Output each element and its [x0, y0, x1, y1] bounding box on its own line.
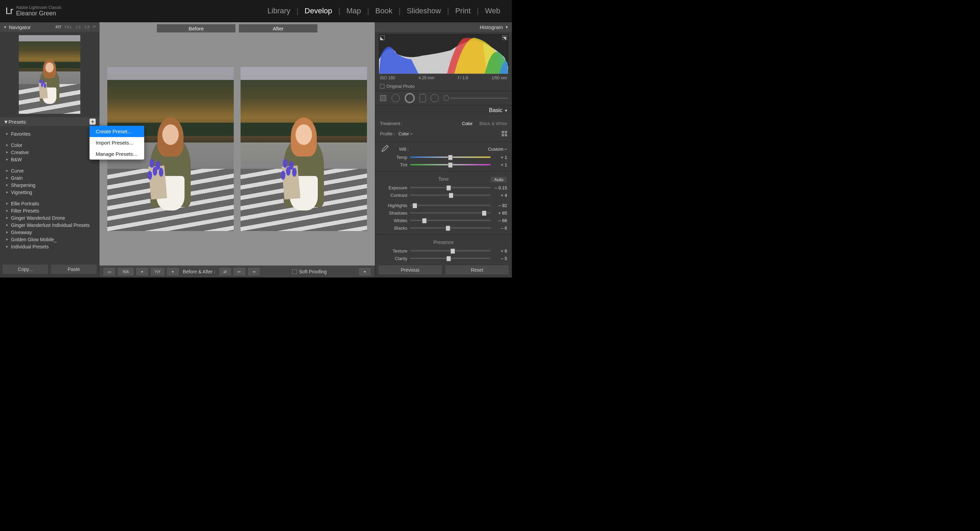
preset-item[interactable]: ▶Favorites — [3, 130, 95, 137]
preset-item[interactable]: ▶Ellie Portraits — [3, 200, 95, 207]
reset-button[interactable]: Reset — [445, 265, 509, 275]
highlights-slider[interactable] — [410, 205, 491, 206]
chevron-updown-icon[interactable]: ▴▾ — [410, 132, 413, 135]
shadow-clip-icon[interactable]: ◣ — [380, 35, 385, 40]
texture-slider[interactable] — [410, 250, 491, 251]
slider-knob[interactable] — [448, 162, 453, 168]
preset-item[interactable]: ▶Grain — [3, 174, 95, 181]
preset-item[interactable]: ▶Individual Presets — [3, 243, 95, 250]
slider-knob[interactable] — [449, 193, 453, 198]
preset-item[interactable]: ▶Curve — [3, 167, 95, 174]
slider-knob[interactable] — [446, 185, 451, 191]
crop-tool-icon[interactable] — [379, 94, 387, 102]
slider-value[interactable]: + 1 — [493, 155, 507, 160]
preset-item[interactable]: ▶Creative — [3, 149, 95, 156]
adjustment-brush-tool[interactable] — [444, 95, 508, 101]
zoom-fit[interactable]: FIT — [56, 25, 62, 29]
zoom-ratio[interactable]: 1:8 — [84, 25, 89, 29]
presets-header[interactable]: ▼ Presets + — [0, 117, 99, 126]
module-map[interactable]: Map — [340, 6, 368, 15]
zoom-1to1[interactable]: 1:1 — [75, 25, 81, 29]
preset-item[interactable]: ▶Golden Glow Mobile_ — [3, 236, 95, 243]
slider-value[interactable]: – 0.15 — [493, 185, 507, 190]
preset-item[interactable]: ▶B&W — [3, 156, 95, 163]
redeye-tool-icon[interactable] — [404, 93, 415, 103]
loupe-view-button[interactable]: ▭ — [103, 267, 116, 276]
add-preset-button[interactable]: + — [89, 119, 95, 125]
slider-value[interactable]: – 66 — [493, 218, 507, 223]
preset-item[interactable]: ▶Vignetting — [3, 189, 95, 196]
slider-value[interactable]: + 4 — [493, 193, 507, 198]
module-print[interactable]: Print — [449, 6, 477, 15]
contrast-slider[interactable] — [410, 194, 491, 196]
slider-value[interactable]: + 6 — [493, 248, 507, 254]
zoom-fill[interactable]: FILL — [65, 25, 72, 29]
slider-value[interactable]: – 92 — [493, 203, 507, 208]
swap-button[interactable]: ⇄ — [219, 267, 232, 276]
reference-view-button[interactable]: R|A — [117, 267, 134, 276]
toolbar-menu-button[interactable]: ▾ — [358, 267, 371, 276]
preset-item[interactable]: ▶Ginger Wanderlust Individual Presets — [3, 221, 95, 229]
preset-item[interactable]: ▶Giveaway — [3, 229, 95, 236]
module-slideshow[interactable]: Slideshow — [401, 6, 447, 15]
slider-value[interactable]: – 5 — [493, 256, 507, 261]
module-book[interactable]: Book — [369, 6, 398, 15]
before-after-view-menu[interactable]: ▾ — [166, 267, 180, 276]
clarity-slider[interactable] — [410, 258, 491, 259]
before-after-view-button[interactable]: Y|Y — [150, 267, 165, 276]
slider-knob[interactable] — [446, 256, 451, 261]
slider-knob[interactable] — [445, 226, 450, 231]
profile-value[interactable]: Color — [398, 131, 409, 136]
treatment-bw[interactable]: Black & White — [479, 121, 507, 126]
preset-item[interactable]: ▶Sharpening — [3, 181, 95, 189]
previous-button[interactable]: Previous — [378, 265, 442, 275]
profile-browser-button[interactable] — [502, 131, 507, 136]
temp-slider[interactable] — [410, 156, 491, 158]
preset-item[interactable]: ▶Color — [3, 141, 95, 149]
preset-item[interactable]: ▶Ginger Wanderlust Drone — [3, 214, 95, 221]
preset-item[interactable]: ▶Filter Presets — [3, 207, 95, 214]
histogram-chart[interactable]: ◣ ◥ — [379, 34, 509, 72]
basic-header[interactable]: Basic ▼ — [375, 105, 512, 116]
wb-value[interactable]: Custom — [488, 146, 503, 152]
reference-view-menu[interactable]: ▾ — [136, 267, 149, 276]
highlight-clip-icon[interactable]: ◥ — [502, 35, 507, 40]
graduated-filter-tool-icon[interactable] — [420, 94, 426, 102]
shadows-slider[interactable] — [410, 212, 491, 213]
radial-filter-tool-icon[interactable] — [431, 94, 439, 102]
slider-knob[interactable] — [482, 210, 487, 216]
slider-knob[interactable] — [450, 248, 455, 254]
whites-slider[interactable] — [410, 220, 491, 221]
after-image[interactable] — [240, 67, 367, 231]
auto-tone-button[interactable]: Auto — [490, 176, 507, 183]
chevron-updown-icon[interactable]: ▴▾ — [504, 148, 507, 151]
navigator-thumbnail[interactable] — [19, 35, 80, 114]
slider-knob[interactable] — [422, 218, 427, 224]
treatment-color[interactable]: Color — [462, 121, 473, 126]
menu-manage-presets[interactable]: Manage Presets... — [89, 148, 144, 160]
module-web[interactable]: Web — [479, 6, 506, 15]
slider-value[interactable]: – 6 — [493, 226, 507, 231]
eyedropper-icon[interactable] — [380, 144, 389, 154]
soft-proofing-toggle[interactable]: Soft Proofing — [292, 269, 327, 274]
tint-slider[interactable] — [410, 164, 491, 165]
slider-value[interactable]: + 1 — [493, 162, 507, 167]
copy-right-button[interactable]: ⇥ — [247, 267, 260, 276]
paste-button[interactable]: Paste — [51, 264, 97, 274]
slider-knob[interactable] — [448, 155, 453, 160]
histogram-header[interactable]: Histogram ▼ — [375, 22, 512, 32]
chevron-updown-icon[interactable]: ▴▾ — [93, 25, 95, 29]
exposure-slider[interactable] — [410, 187, 491, 188]
copy-button[interactable]: Copy... — [2, 264, 49, 274]
menu-create-preset[interactable]: Create Preset... — [89, 126, 144, 137]
navigator-header[interactable]: ▼ Navigator FIT FILL 1:1 1:8 ▴▾ — [0, 22, 99, 32]
original-photo-toggle[interactable]: Original Photo — [375, 82, 512, 91]
spot-removal-tool-icon[interactable] — [391, 94, 400, 102]
module-library[interactable]: Library — [261, 6, 296, 15]
copy-left-button[interactable]: ⇤ — [233, 267, 246, 276]
menu-import-presets[interactable]: Import Presets... — [89, 137, 144, 148]
module-develop[interactable]: Develop — [298, 6, 338, 15]
blacks-slider[interactable] — [410, 227, 491, 229]
slider-knob[interactable] — [412, 203, 417, 208]
slider-value[interactable]: + 85 — [493, 210, 507, 216]
